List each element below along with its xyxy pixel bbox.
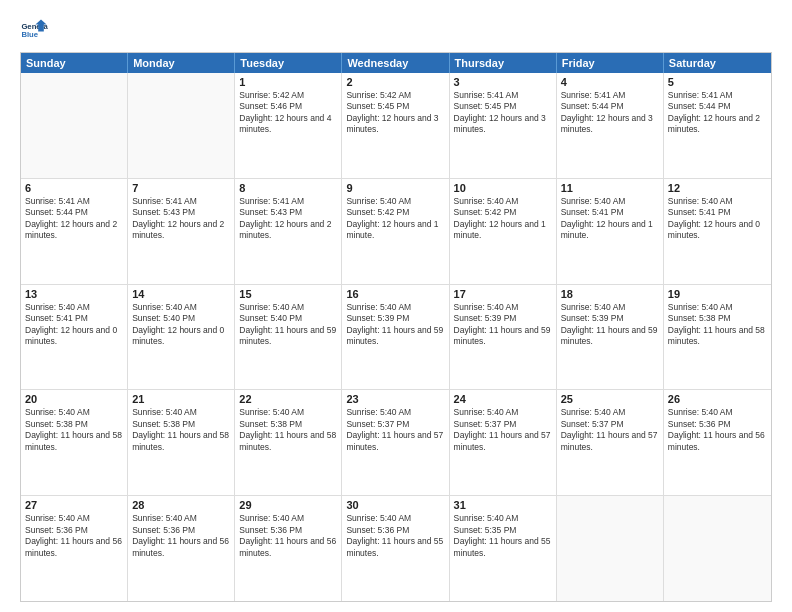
day-cell-19: 19Sunrise: 5:40 AM Sunset: 5:38 PM Dayli… bbox=[664, 285, 771, 390]
cell-info: Sunrise: 5:40 AM Sunset: 5:39 PM Dayligh… bbox=[454, 302, 552, 348]
cell-info: Sunrise: 5:41 AM Sunset: 5:44 PM Dayligh… bbox=[668, 90, 767, 136]
day-cell-11: 11Sunrise: 5:40 AM Sunset: 5:41 PM Dayli… bbox=[557, 179, 664, 284]
day-number: 25 bbox=[561, 393, 659, 405]
day-number: 6 bbox=[25, 182, 123, 194]
day-number: 3 bbox=[454, 76, 552, 88]
day-cell-12: 12Sunrise: 5:40 AM Sunset: 5:41 PM Dayli… bbox=[664, 179, 771, 284]
day-cell-14: 14Sunrise: 5:40 AM Sunset: 5:40 PM Dayli… bbox=[128, 285, 235, 390]
calendar-body: 1Sunrise: 5:42 AM Sunset: 5:46 PM Daylig… bbox=[21, 73, 771, 601]
day-cell-24: 24Sunrise: 5:40 AM Sunset: 5:37 PM Dayli… bbox=[450, 390, 557, 495]
calendar: SundayMondayTuesdayWednesdayThursdayFrid… bbox=[20, 52, 772, 602]
header-day-thursday: Thursday bbox=[450, 53, 557, 73]
svg-text:Blue: Blue bbox=[21, 30, 38, 39]
cell-info: Sunrise: 5:40 AM Sunset: 5:36 PM Dayligh… bbox=[668, 407, 767, 453]
cell-info: Sunrise: 5:41 AM Sunset: 5:44 PM Dayligh… bbox=[25, 196, 123, 242]
cell-info: Sunrise: 5:41 AM Sunset: 5:44 PM Dayligh… bbox=[561, 90, 659, 136]
day-number: 1 bbox=[239, 76, 337, 88]
logo: General Blue bbox=[20, 16, 48, 44]
cell-info: Sunrise: 5:40 AM Sunset: 5:37 PM Dayligh… bbox=[561, 407, 659, 453]
cell-info: Sunrise: 5:40 AM Sunset: 5:39 PM Dayligh… bbox=[346, 302, 444, 348]
day-number: 4 bbox=[561, 76, 659, 88]
day-number: 24 bbox=[454, 393, 552, 405]
page-header: General Blue bbox=[20, 16, 772, 44]
cell-info: Sunrise: 5:40 AM Sunset: 5:36 PM Dayligh… bbox=[132, 513, 230, 559]
day-cell-17: 17Sunrise: 5:40 AM Sunset: 5:39 PM Dayli… bbox=[450, 285, 557, 390]
empty-cell bbox=[21, 73, 128, 178]
day-number: 28 bbox=[132, 499, 230, 511]
cell-info: Sunrise: 5:40 AM Sunset: 5:36 PM Dayligh… bbox=[239, 513, 337, 559]
header-day-monday: Monday bbox=[128, 53, 235, 73]
day-cell-28: 28Sunrise: 5:40 AM Sunset: 5:36 PM Dayli… bbox=[128, 496, 235, 601]
day-cell-30: 30Sunrise: 5:40 AM Sunset: 5:36 PM Dayli… bbox=[342, 496, 449, 601]
day-cell-18: 18Sunrise: 5:40 AM Sunset: 5:39 PM Dayli… bbox=[557, 285, 664, 390]
day-number: 14 bbox=[132, 288, 230, 300]
day-cell-21: 21Sunrise: 5:40 AM Sunset: 5:38 PM Dayli… bbox=[128, 390, 235, 495]
day-cell-27: 27Sunrise: 5:40 AM Sunset: 5:36 PM Dayli… bbox=[21, 496, 128, 601]
header-day-sunday: Sunday bbox=[21, 53, 128, 73]
cell-info: Sunrise: 5:41 AM Sunset: 5:45 PM Dayligh… bbox=[454, 90, 552, 136]
day-number: 12 bbox=[668, 182, 767, 194]
day-number: 19 bbox=[668, 288, 767, 300]
cell-info: Sunrise: 5:40 AM Sunset: 5:42 PM Dayligh… bbox=[346, 196, 444, 242]
day-number: 16 bbox=[346, 288, 444, 300]
day-cell-10: 10Sunrise: 5:40 AM Sunset: 5:42 PM Dayli… bbox=[450, 179, 557, 284]
day-number: 10 bbox=[454, 182, 552, 194]
cell-info: Sunrise: 5:40 AM Sunset: 5:38 PM Dayligh… bbox=[239, 407, 337, 453]
calendar-row-3: 13Sunrise: 5:40 AM Sunset: 5:41 PM Dayli… bbox=[21, 284, 771, 390]
cell-info: Sunrise: 5:40 AM Sunset: 5:39 PM Dayligh… bbox=[561, 302, 659, 348]
day-number: 21 bbox=[132, 393, 230, 405]
cell-info: Sunrise: 5:42 AM Sunset: 5:46 PM Dayligh… bbox=[239, 90, 337, 136]
day-number: 7 bbox=[132, 182, 230, 194]
day-cell-7: 7Sunrise: 5:41 AM Sunset: 5:43 PM Daylig… bbox=[128, 179, 235, 284]
empty-cell bbox=[128, 73, 235, 178]
header-day-tuesday: Tuesday bbox=[235, 53, 342, 73]
day-number: 27 bbox=[25, 499, 123, 511]
day-number: 8 bbox=[239, 182, 337, 194]
day-cell-6: 6Sunrise: 5:41 AM Sunset: 5:44 PM Daylig… bbox=[21, 179, 128, 284]
day-number: 18 bbox=[561, 288, 659, 300]
cell-info: Sunrise: 5:40 AM Sunset: 5:41 PM Dayligh… bbox=[25, 302, 123, 348]
day-number: 23 bbox=[346, 393, 444, 405]
day-cell-1: 1Sunrise: 5:42 AM Sunset: 5:46 PM Daylig… bbox=[235, 73, 342, 178]
day-cell-26: 26Sunrise: 5:40 AM Sunset: 5:36 PM Dayli… bbox=[664, 390, 771, 495]
cell-info: Sunrise: 5:40 AM Sunset: 5:38 PM Dayligh… bbox=[25, 407, 123, 453]
day-number: 2 bbox=[346, 76, 444, 88]
day-number: 20 bbox=[25, 393, 123, 405]
cell-info: Sunrise: 5:40 AM Sunset: 5:40 PM Dayligh… bbox=[239, 302, 337, 348]
day-cell-13: 13Sunrise: 5:40 AM Sunset: 5:41 PM Dayli… bbox=[21, 285, 128, 390]
cell-info: Sunrise: 5:40 AM Sunset: 5:36 PM Dayligh… bbox=[346, 513, 444, 559]
day-number: 30 bbox=[346, 499, 444, 511]
day-cell-31: 31Sunrise: 5:40 AM Sunset: 5:35 PM Dayli… bbox=[450, 496, 557, 601]
day-cell-3: 3Sunrise: 5:41 AM Sunset: 5:45 PM Daylig… bbox=[450, 73, 557, 178]
cell-info: Sunrise: 5:40 AM Sunset: 5:35 PM Dayligh… bbox=[454, 513, 552, 559]
logo-icon: General Blue bbox=[20, 16, 48, 44]
day-cell-2: 2Sunrise: 5:42 AM Sunset: 5:45 PM Daylig… bbox=[342, 73, 449, 178]
day-number: 5 bbox=[668, 76, 767, 88]
cell-info: Sunrise: 5:40 AM Sunset: 5:37 PM Dayligh… bbox=[454, 407, 552, 453]
calendar-header: SundayMondayTuesdayWednesdayThursdayFrid… bbox=[21, 53, 771, 73]
cell-info: Sunrise: 5:40 AM Sunset: 5:41 PM Dayligh… bbox=[668, 196, 767, 242]
day-number: 11 bbox=[561, 182, 659, 194]
calendar-row-1: 1Sunrise: 5:42 AM Sunset: 5:46 PM Daylig… bbox=[21, 73, 771, 178]
day-number: 31 bbox=[454, 499, 552, 511]
header-day-saturday: Saturday bbox=[664, 53, 771, 73]
cell-info: Sunrise: 5:40 AM Sunset: 5:38 PM Dayligh… bbox=[668, 302, 767, 348]
day-cell-5: 5Sunrise: 5:41 AM Sunset: 5:44 PM Daylig… bbox=[664, 73, 771, 178]
cell-info: Sunrise: 5:42 AM Sunset: 5:45 PM Dayligh… bbox=[346, 90, 444, 136]
day-cell-15: 15Sunrise: 5:40 AM Sunset: 5:40 PM Dayli… bbox=[235, 285, 342, 390]
calendar-row-2: 6Sunrise: 5:41 AM Sunset: 5:44 PM Daylig… bbox=[21, 178, 771, 284]
day-cell-8: 8Sunrise: 5:41 AM Sunset: 5:43 PM Daylig… bbox=[235, 179, 342, 284]
empty-cell bbox=[557, 496, 664, 601]
cell-info: Sunrise: 5:41 AM Sunset: 5:43 PM Dayligh… bbox=[239, 196, 337, 242]
cell-info: Sunrise: 5:41 AM Sunset: 5:43 PM Dayligh… bbox=[132, 196, 230, 242]
day-cell-25: 25Sunrise: 5:40 AM Sunset: 5:37 PM Dayli… bbox=[557, 390, 664, 495]
cell-info: Sunrise: 5:40 AM Sunset: 5:37 PM Dayligh… bbox=[346, 407, 444, 453]
day-number: 13 bbox=[25, 288, 123, 300]
day-number: 15 bbox=[239, 288, 337, 300]
cell-info: Sunrise: 5:40 AM Sunset: 5:40 PM Dayligh… bbox=[132, 302, 230, 348]
header-day-wednesday: Wednesday bbox=[342, 53, 449, 73]
calendar-row-4: 20Sunrise: 5:40 AM Sunset: 5:38 PM Dayli… bbox=[21, 389, 771, 495]
day-cell-4: 4Sunrise: 5:41 AM Sunset: 5:44 PM Daylig… bbox=[557, 73, 664, 178]
empty-cell bbox=[664, 496, 771, 601]
day-number: 26 bbox=[668, 393, 767, 405]
